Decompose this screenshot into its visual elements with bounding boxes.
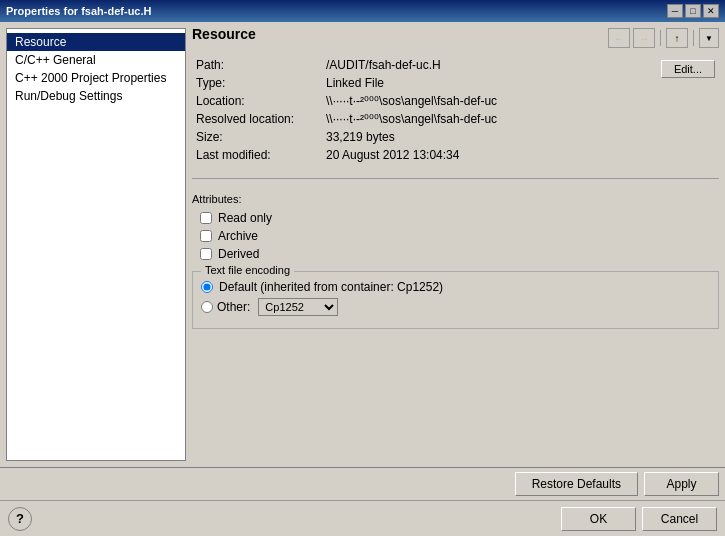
ok-button[interactable]: OK bbox=[561, 507, 636, 531]
nav-dropdown-button[interactable]: ▼ bbox=[699, 28, 719, 48]
window-title: Properties for fsah-def-uc.H bbox=[6, 5, 151, 17]
archive-label: Archive bbox=[218, 229, 258, 243]
sidebar-item-project-properties[interactable]: C++ 2000 Project Properties bbox=[7, 69, 185, 87]
encoding-other-row: Other: Cp1252 UTF-8 UTF-16 ISO-8859-1 bbox=[201, 298, 710, 316]
sidebar-item-resource[interactable]: Resource bbox=[7, 33, 185, 51]
archive-row: Archive bbox=[200, 229, 719, 243]
navigation-bar: ← → ↑ ▼ bbox=[608, 28, 719, 48]
edit-button[interactable]: Edit... bbox=[661, 60, 715, 78]
middle-section: Resource C/C++ General C++ 2000 Project … bbox=[0, 22, 725, 467]
encoding-select[interactable]: Cp1252 UTF-8 UTF-16 ISO-8859-1 bbox=[258, 298, 338, 316]
encoding-default-row: Default (inherited from container: Cp125… bbox=[201, 280, 710, 294]
sidebar-item-cpp-general[interactable]: C/C++ General bbox=[7, 51, 185, 69]
encoding-group: Text file encoding Default (inherited fr… bbox=[192, 271, 719, 329]
size-value: 33,219 bytes bbox=[322, 128, 719, 146]
location-value: \\·····t·-²⁰⁰⁰\sos\angel\fsah-def-uc bbox=[322, 92, 719, 110]
nav-separator-2 bbox=[693, 30, 694, 46]
sidebar: Resource C/C++ General C++ 2000 Project … bbox=[6, 28, 186, 461]
panel-header: Resource ← → ↑ ▼ bbox=[192, 26, 719, 50]
nav-separator bbox=[660, 30, 661, 46]
panel-title: Resource bbox=[192, 26, 256, 42]
restore-defaults-button[interactable]: Restore Defaults bbox=[515, 472, 638, 496]
readonly-row: Read only bbox=[200, 211, 719, 225]
footer-right: OK Cancel bbox=[561, 507, 717, 531]
type-label: Type: bbox=[192, 74, 322, 92]
resolved-label: Resolved location: bbox=[192, 110, 322, 128]
minimize-button[interactable]: ─ bbox=[667, 4, 683, 18]
encoding-default-label: Default (inherited from container: Cp125… bbox=[219, 280, 443, 294]
size-row: Size: 33,219 bytes bbox=[192, 128, 719, 146]
path-label: Path: bbox=[192, 56, 322, 74]
encoding-default-radio[interactable] bbox=[201, 281, 213, 293]
encoding-other-radio[interactable] bbox=[201, 301, 213, 313]
sidebar-item-run-debug[interactable]: Run/Debug Settings bbox=[7, 87, 185, 105]
title-bar: Properties for fsah-def-uc.H ─ □ ✕ bbox=[0, 0, 725, 22]
path-row: Path: /AUDIT/fsah-def-uc.H Edit... bbox=[192, 56, 719, 74]
modified-value: 20 August 2012 13:04:34 bbox=[322, 146, 719, 164]
resolved-row: Resolved location: \\·····t·-²⁰⁰⁰\sos\an… bbox=[192, 110, 719, 128]
dialog-body: Resource C/C++ General C++ 2000 Project … bbox=[0, 22, 725, 536]
divider bbox=[192, 178, 719, 179]
forward-button[interactable]: → bbox=[633, 28, 655, 48]
footer-bar: ? OK Cancel bbox=[0, 500, 725, 536]
derived-label: Derived bbox=[218, 247, 259, 261]
derived-checkbox[interactable] bbox=[200, 248, 212, 260]
modified-label: Last modified: bbox=[192, 146, 322, 164]
resolved-value: \\·····t·-²⁰⁰⁰\sos\angel\fsah-def-uc bbox=[322, 110, 719, 128]
cancel-button[interactable]: Cancel bbox=[642, 507, 717, 531]
content-panel: Resource ← → ↑ ▼ Path: /AUDIT/fsah-def-u… bbox=[186, 22, 725, 467]
up-button[interactable]: ↑ bbox=[666, 28, 688, 48]
size-label: Size: bbox=[192, 128, 322, 146]
attributes-label: Attributes: bbox=[192, 193, 719, 205]
path-value: /AUDIT/fsah-def-uc.H bbox=[322, 56, 586, 74]
readonly-label: Read only bbox=[218, 211, 272, 225]
apply-button[interactable]: Apply bbox=[644, 472, 719, 496]
location-label: Location: bbox=[192, 92, 322, 110]
readonly-checkbox[interactable] bbox=[200, 212, 212, 224]
derived-row: Derived bbox=[200, 247, 719, 261]
back-button[interactable]: ← bbox=[608, 28, 630, 48]
action-buttons-bar: Restore Defaults Apply bbox=[0, 467, 725, 500]
maximize-button[interactable]: □ bbox=[685, 4, 701, 18]
window-controls: ─ □ ✕ bbox=[667, 4, 719, 18]
encoding-group-label: Text file encoding bbox=[201, 264, 294, 276]
help-button[interactable]: ? bbox=[8, 507, 32, 531]
encoding-other-label: Other: bbox=[217, 300, 250, 314]
location-row: Location: \\·····t·-²⁰⁰⁰\sos\angel\fsah-… bbox=[192, 92, 719, 110]
type-value: Linked File bbox=[322, 74, 586, 92]
archive-checkbox[interactable] bbox=[200, 230, 212, 242]
modified-row: Last modified: 20 August 2012 13:04:34 bbox=[192, 146, 719, 164]
close-button[interactable]: ✕ bbox=[703, 4, 719, 18]
resource-info-table: Path: /AUDIT/fsah-def-uc.H Edit... Type:… bbox=[192, 56, 719, 164]
